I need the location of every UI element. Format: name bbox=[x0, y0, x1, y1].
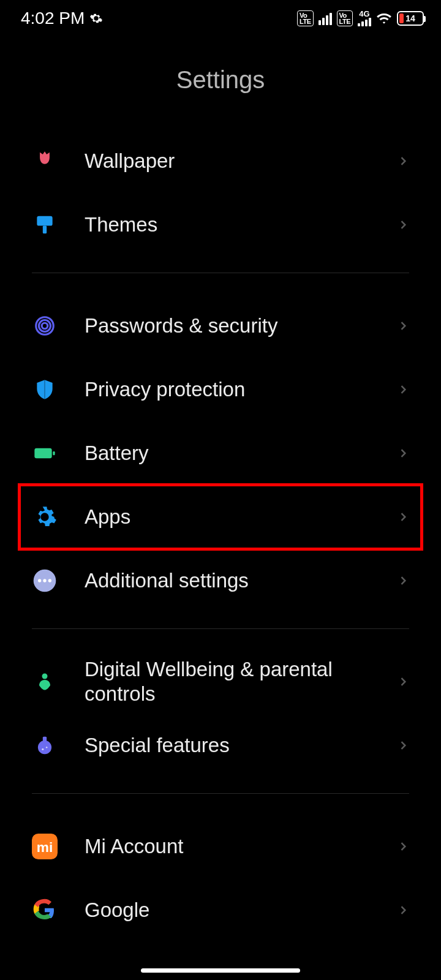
volte-icon: VoLTE bbox=[337, 10, 353, 26]
svg-point-10 bbox=[43, 579, 46, 582]
settings-item-passwords[interactable]: Passwords & security bbox=[32, 294, 409, 358]
svg-rect-14 bbox=[43, 737, 47, 742]
settings-item-battery[interactable]: Battery bbox=[32, 421, 409, 485]
chevron-right-icon bbox=[397, 320, 409, 332]
tulip-icon bbox=[32, 148, 58, 174]
signal-icon bbox=[358, 18, 371, 26]
settings-item-additional[interactable]: Additional settings bbox=[32, 549, 409, 612]
google-icon bbox=[32, 897, 58, 923]
dots-icon bbox=[32, 568, 58, 594]
chevron-right-icon bbox=[397, 676, 409, 688]
brush-icon bbox=[32, 212, 58, 238]
battery-icon bbox=[32, 440, 58, 466]
svg-rect-0 bbox=[37, 216, 52, 226]
settings-item-special[interactable]: Special features bbox=[32, 714, 409, 777]
battery-percent: 14 bbox=[398, 13, 423, 23]
chevron-right-icon bbox=[397, 739, 409, 752]
shield-icon bbox=[32, 377, 58, 402]
settings-item-label: Passwords & security bbox=[85, 314, 370, 338]
chevron-right-icon bbox=[397, 840, 409, 853]
settings-item-label: Special features bbox=[85, 733, 370, 758]
status-left: 4:02 PM bbox=[21, 9, 103, 28]
status-right: VoLTE VoLTE 4G 14 bbox=[297, 10, 424, 26]
battery-icon: 14 bbox=[397, 11, 424, 26]
gear-icon bbox=[89, 12, 103, 25]
settings-item-label: Wallpaper bbox=[85, 149, 370, 173]
svg-rect-1 bbox=[43, 226, 47, 234]
settings-item-label: Themes bbox=[85, 213, 370, 237]
page-title: Settings bbox=[0, 37, 441, 129]
svg-rect-6 bbox=[53, 451, 55, 456]
settings-item-mi-account[interactable]: miMi Account bbox=[32, 815, 409, 878]
signal-icon bbox=[318, 12, 332, 25]
chevron-right-icon bbox=[397, 383, 409, 396]
settings-item-label: Privacy protection bbox=[85, 377, 370, 402]
settings-item-label: Additional settings bbox=[85, 568, 370, 593]
settings-item-label: Apps bbox=[85, 505, 370, 529]
divider bbox=[32, 628, 409, 629]
wifi-icon bbox=[376, 12, 392, 25]
settings-item-wallpaper[interactable]: Wallpaper bbox=[32, 129, 409, 193]
chevron-right-icon bbox=[397, 575, 409, 587]
settings-item-privacy[interactable]: Privacy protection bbox=[32, 358, 409, 421]
svg-point-16 bbox=[46, 747, 48, 748]
chevron-right-icon bbox=[397, 447, 409, 459]
person-icon bbox=[32, 669, 58, 695]
svg-point-12 bbox=[42, 674, 48, 679]
fingerprint-icon bbox=[32, 313, 58, 339]
svg-text:mi: mi bbox=[37, 839, 53, 855]
settings-item-label: Mi Account bbox=[85, 834, 370, 859]
settings-item-label: Digital Wellbeing & parental controls bbox=[85, 657, 370, 706]
divider bbox=[32, 793, 409, 794]
settings-item-label: Google bbox=[85, 898, 370, 922]
nav-indicator[interactable] bbox=[141, 968, 300, 973]
divider bbox=[32, 273, 409, 273]
network-type: 4G bbox=[359, 10, 369, 18]
svg-rect-5 bbox=[34, 448, 51, 459]
chevron-right-icon bbox=[397, 219, 409, 231]
status-bar: 4:02 PM VoLTE VoLTE 4G 14 bbox=[0, 0, 441, 37]
mi-icon: mi bbox=[32, 834, 58, 859]
svg-point-3 bbox=[39, 320, 51, 332]
settings-item-themes[interactable]: Themes bbox=[32, 193, 409, 257]
chevron-right-icon bbox=[397, 904, 409, 916]
chevron-right-icon bbox=[397, 155, 409, 167]
svg-point-15 bbox=[42, 748, 43, 750]
settings-item-wellbeing[interactable]: Digital Wellbeing & parental controls bbox=[32, 650, 409, 714]
status-time: 4:02 PM bbox=[21, 9, 85, 28]
svg-point-13 bbox=[38, 741, 51, 754]
gear-icon bbox=[32, 504, 58, 530]
svg-point-11 bbox=[48, 579, 51, 582]
svg-point-9 bbox=[38, 579, 41, 582]
flask-icon bbox=[32, 733, 58, 758]
chevron-right-icon bbox=[397, 511, 409, 523]
volte-icon: VoLTE bbox=[297, 10, 313, 26]
settings-item-google[interactable]: Google bbox=[32, 878, 409, 942]
settings-list: WallpaperThemesPasswords & securityPriva… bbox=[0, 129, 441, 942]
svg-point-7 bbox=[42, 514, 48, 520]
svg-point-2 bbox=[42, 323, 48, 329]
settings-item-label: Battery bbox=[85, 441, 370, 466]
settings-item-apps[interactable]: Apps bbox=[20, 485, 421, 549]
